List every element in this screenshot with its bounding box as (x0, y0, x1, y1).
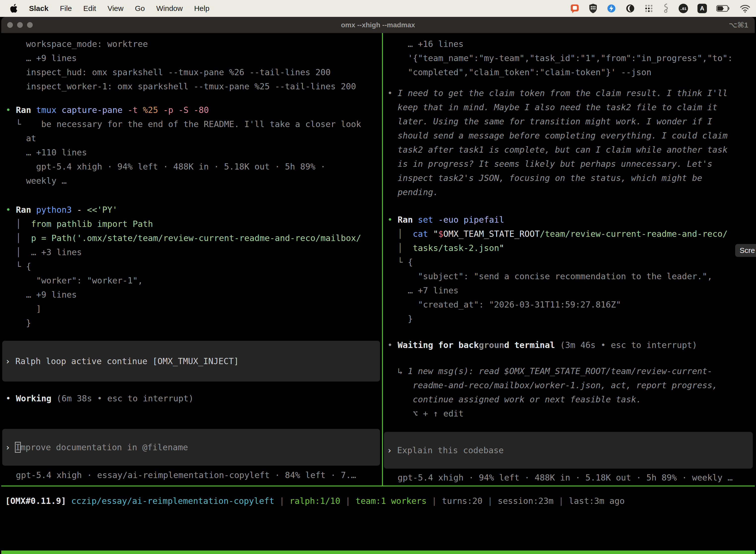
screen-tooltip: Scre (735, 244, 756, 257)
terminal-line: • I need to get the claim token from the… (383, 86, 755, 100)
prompt-input-box[interactable]: › Explain this codebase (384, 432, 753, 468)
terminal-line: • Ran python3 - <<'PY' (1, 203, 382, 217)
terminal-line: … +16 lines (383, 37, 755, 51)
terminal-line: "created_at": "2026-03-31T11:59:27.816Z" (383, 297, 755, 312)
menu-item-help[interactable]: Help (189, 4, 215, 12)
minimize-window-button[interactable] (17, 22, 23, 28)
terminal-line: ⌥ + ↑ edit (383, 406, 755, 421)
terminal-block: • Ran tmux capture-pane -t %25 -p -S -80… (1, 103, 382, 188)
terminal-line: at (1, 131, 382, 146)
terminal-line: should send a message before completing … (383, 128, 755, 143)
terminal-line: inspect_hud: omx sparkshell --tmux-pane … (1, 65, 382, 79)
menu-item-window[interactable]: Window (150, 4, 189, 12)
terminal-line: • Ran set -euo pipefail (383, 213, 755, 227)
terminal-line: '{"team_name":"my-team","task_id":"1","f… (383, 51, 755, 65)
bolt-app-icon[interactable] (607, 3, 616, 13)
ralph-notice-box: › Ralph loop active continue [OMX_TMUX_I… (2, 341, 380, 382)
terminal-line: continue assigned work or next feasible … (383, 392, 755, 406)
terminal-line: gpt-5.4 xhigh · 94% left · 488K in · 5.1… (1, 160, 382, 174)
terminal-block: • Ran set -euo pipefail │ cat "$OMX_TEAM… (383, 213, 755, 326)
terminal-line: "subject": "send a concise recommendatio… (383, 269, 755, 283)
terminal-line: › Explain this codebase (384, 443, 504, 457)
dots-grid-icon[interactable] (644, 3, 653, 13)
chat-app-icon[interactable] (570, 3, 579, 13)
keyboard-a-icon[interactable]: A (697, 4, 707, 13)
tmux-host-clock: "MacBook-Pro-44.local" 05:03 31-Mar-26 (559, 551, 755, 554)
traffic-lights (7, 17, 33, 33)
menu-left: SlackFileEditViewGoWindowHelp (0, 3, 215, 13)
terminal-line: › Improve documentation in @filename (2, 440, 188, 454)
terminal-block: • Working (6m 38s • esc to interrupt) (1, 391, 382, 405)
terminal-window: omx --xhigh --madmax ⌥⌘1 workspace_mode:… (1, 17, 755, 554)
terminal-line: │ tasks/task-2.json" (383, 241, 755, 255)
menu-item-file[interactable]: File (54, 4, 77, 12)
menu-item-view[interactable]: View (102, 4, 129, 12)
close-window-button[interactable] (7, 22, 13, 28)
menu-items: SlackFileEditViewGoWindowHelp (23, 4, 215, 13)
terminal-line: is in progress? It seems likely but perh… (383, 157, 755, 171)
pane-border-horizontal (1, 486, 755, 487)
terminal-line: … +7 lines (383, 283, 755, 297)
terminal-line: └ be necessary for the end of the README… (1, 117, 382, 131)
text-cursor: I (15, 442, 20, 452)
terminal-line: └ { (383, 255, 755, 269)
terminal-block: • I need to get the claim token from the… (383, 86, 755, 199)
apple-logo-icon[interactable] (10, 3, 23, 13)
wifi-icon[interactable] (740, 3, 751, 13)
terminal-line: … +9 lines (1, 288, 382, 302)
terminal-line: pending. (383, 185, 755, 199)
terminal-block: workspace_mode: worktree … +9 lines insp… (1, 37, 382, 94)
squiggle-icon[interactable] (663, 3, 669, 13)
terminal-block: ↳ 1 new msg(s): read $OMX_TEAM_STATE_ROO… (383, 364, 755, 421)
terminal-line: weekly … (1, 174, 382, 188)
terminal-line: … +110 lines (1, 146, 382, 160)
screen: SlackFileEditViewGoWindowHelp ..61 A (0, 0, 756, 554)
terminal-line: "worker": "worker-1", (1, 274, 382, 288)
menu-item-slack[interactable]: Slack (23, 4, 54, 12)
terminal-line: ] (1, 302, 382, 316)
menu-item-go[interactable]: Go (129, 4, 150, 12)
terminal-line: inspect task2's JSON, focusing on the st… (383, 171, 755, 185)
terminal-block: gpt-5.4 xhigh · essay/ai-reimplementatio… (1, 468, 382, 482)
menu-item-edit[interactable]: Edit (78, 4, 102, 12)
terminal-line: › Ralph loop active continue [OMX_TMUX_I… (2, 354, 239, 368)
zoom-window-button[interactable] (27, 22, 33, 28)
terminal-line: • Working (6m 38s • esc to interrupt) (1, 391, 382, 405)
left-pane: workspace_mode: worktree … +9 lines insp… (1, 33, 382, 486)
badge-61-icon[interactable]: ..61 (679, 4, 688, 13)
menu-bar: SlackFileEditViewGoWindowHelp ..61 A (0, 0, 756, 17)
keyboard-a-label: A (700, 5, 704, 12)
window-titlebar[interactable]: omx --xhigh --madmax ⌥⌘1 (1, 17, 755, 33)
terminal-block: gpt-5.4 xhigh · 94% left · 488K in · 5.1… (383, 470, 755, 485)
menu-status-icons: ..61 A (570, 3, 756, 13)
terminal-block: … +16 lines '{"team_name":"my-team","tas… (383, 37, 755, 79)
terminal-line: │ cat "$OMX_TEAM_STATE_ROOT/team/review-… (383, 227, 755, 241)
terminal-line: … +9 lines (1, 51, 382, 65)
right-pane: … +16 lines '{"team_name":"my-team","tas… (383, 33, 755, 486)
terminal-line: └ { (1, 259, 382, 274)
window-title: omx --xhigh --madmax (1, 21, 755, 29)
terminal-line: │ … +3 lines (1, 245, 382, 259)
terminal-line: inspect_worker-1: omx sparkshell --tmux-… (1, 79, 382, 94)
badge-61-label: ..61 (680, 6, 686, 11)
terminal-line: gpt-5.4 xhigh · essay/ai-reimplementatio… (1, 468, 382, 482)
tmux-status-bar: [omx-cczip0:bash* "MacBook-Pro-44.local"… (1, 551, 755, 554)
screen-tooltip-label: Scre (740, 246, 755, 255)
terminal-line: task2 after task1 is complete, but can I… (383, 143, 755, 157)
shield-icon[interactable] (589, 3, 597, 13)
terminal-line: "completed","claim_token":"claim-token"}… (383, 65, 755, 79)
terminal-line: readme-and-reco/mailbox/worker-1.json, a… (383, 378, 755, 392)
terminal-line: │ p = Path('.omx/state/team/review-curre… (1, 231, 382, 245)
terminal-block: • Ran python3 - <<'PY' │ from pathlib im… (1, 203, 382, 330)
terminal-content: workspace_mode: worktree … +9 lines insp… (1, 33, 755, 554)
terminal-line: │ from pathlib import Path (1, 217, 382, 231)
terminal-line: later. Using the same for transition mig… (383, 114, 755, 128)
terminal-line: • Ran tmux capture-pane -t %25 -p -S -80 (1, 103, 382, 117)
battery-icon[interactable] (716, 3, 730, 13)
terminal-line: workspace_mode: worktree (1, 37, 382, 51)
prompt-input-box[interactable]: › Improve documentation in @filename (2, 429, 380, 466)
tmux-session-label: [omx-cczip0:bash* (1, 551, 89, 554)
crescent-app-icon[interactable] (626, 3, 635, 13)
terminal-line: } (1, 316, 382, 330)
terminal-block: • Waiting for background terminal (3m 46… (383, 338, 755, 352)
